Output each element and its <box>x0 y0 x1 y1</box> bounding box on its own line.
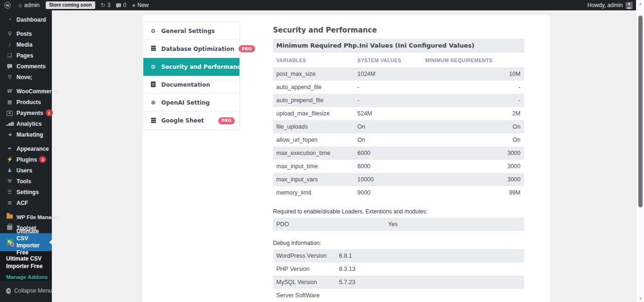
sidebar-item-acf[interactable]: ⊞ ACF <box>0 197 52 208</box>
megaphone-icon: ◄ <box>6 132 13 137</box>
database-icon <box>149 46 157 52</box>
csv-importer-icon: ↻ <box>6 239 13 245</box>
sidebar-item-tools[interactable]: ⚒ Tools <box>0 176 52 187</box>
loaders-row: PDO Yes <box>273 218 524 231</box>
sidebar-item-payments[interactable]: $ Payments 1 <box>0 107 52 118</box>
cell-minimum: - <box>425 84 524 90</box>
sidebar-item-settings[interactable]: ☰ Settings <box>0 187 52 197</box>
new-label: New <box>138 2 149 8</box>
cell-system-value: 9000 <box>357 189 425 196</box>
sidebar-item-plugins[interactable]: ⚡ Plugins 3 <box>0 154 52 165</box>
ini-row: max_input_time 6000 3000 <box>273 160 524 173</box>
cell-system-value: 10000 <box>357 176 425 183</box>
sidebar-item-ultimate-csv-importer[interactable]: ↻ Ultimate CSV Importer Free <box>0 233 52 251</box>
scrollbar-thumb[interactable] <box>638 16 643 207</box>
collapse-menu-button[interactable]: ◂ Collapse Menu <box>0 287 52 294</box>
account-menu[interactable]: Howdy, admin <box>587 2 633 9</box>
sidebar-item-analytics[interactable]: ▂▅▇ Analytics <box>0 118 52 129</box>
sidebar-item-wp-file-manager[interactable]: WP File Manager <box>0 212 52 222</box>
cell-system-value: On <box>357 137 425 143</box>
admin-bar: W ⌂ admin Store coming soon ↻ 3 0 + New … <box>0 0 636 10</box>
woocommerce-icon: W <box>6 89 13 94</box>
comment-count: 0 <box>123 2 126 8</box>
cell-debug-value: 5.7.23 <box>339 279 524 286</box>
grid-icon: ⊞ <box>6 200 13 205</box>
cell-system-value: 6000 <box>357 150 425 156</box>
screen: W ⌂ admin Store coming soon ↻ 3 0 + New … <box>0 0 644 302</box>
sheets-stack-icon <box>149 118 157 124</box>
scroll-down-button[interactable]: ▼ <box>636 295 644 302</box>
cell-minimum: 3000 <box>425 163 524 170</box>
ini-table: post_max_size 1024M 10M auto_append_file… <box>273 67 524 199</box>
tab-security-and-performance[interactable]: ⚙ Security and Performance <box>143 58 239 76</box>
ini-row: post_max_size 1024M 10M <box>273 67 524 81</box>
home-icon: ⌂ <box>18 2 22 8</box>
ini-row: max_input_vars 10000 3000 <box>273 173 524 186</box>
sidebar-item-nove[interactable]: ⚲ Nove; <box>0 72 52 82</box>
submenu-item-ultimate-csv-importer-free[interactable]: Ultimate CSV Importer Free <box>6 255 50 270</box>
pro-badge: PRO <box>239 45 255 52</box>
cell-minimum: On <box>425 137 524 143</box>
cell-variable: max_input_time <box>273 163 357 170</box>
column-variables: VARIABLES <box>273 57 357 63</box>
cell-minimum: 10M <box>425 71 524 77</box>
cell-minimum: 99M <box>425 189 524 196</box>
debug-row: PHP Version 8.3.13 <box>273 262 524 276</box>
ini-row: auto_prepend_file - - <box>273 94 524 107</box>
tab-database-optimization[interactable]: Database Optimization PRO <box>143 40 239 58</box>
sidebar: ◔ Dashboard ⚲ Posts ♪ Media ❏ Pages Comm… <box>0 10 52 302</box>
sidebar-item-users[interactable]: ♟ Users <box>0 165 52 176</box>
cell-variable: memory_limit <box>273 189 357 196</box>
new-content-menu[interactable]: + New <box>132 2 149 8</box>
ini-row: allow_url_fopen On On <box>273 133 524 147</box>
sidebar-item-marketing[interactable]: ◄ Marketing <box>0 129 52 140</box>
cell-system-value: - <box>357 97 425 104</box>
document-icon <box>149 82 157 88</box>
folder-icon <box>6 214 13 220</box>
pushpin-icon: ⚲ <box>6 31 13 36</box>
coming-soon-badge: Store coming soon <box>46 1 95 9</box>
sidebar-item-products[interactable]: ▦ Products <box>0 97 52 107</box>
updates-indicator[interactable]: ↻ 3 <box>101 2 111 8</box>
sidebar-item-woocommerce[interactable]: W WooCommerce <box>0 86 52 97</box>
cell-debug-value: 6.8.1 <box>339 253 524 259</box>
ini-row: file_uploads On On <box>273 120 524 133</box>
tab-openai-setting[interactable]: ✻ OpenAI Setting <box>143 94 239 112</box>
sidebar-item-pages[interactable]: ❏ Pages <box>0 50 52 61</box>
admin-bar-left: W ⌂ admin Store coming soon ↻ 3 0 + New <box>0 1 149 9</box>
loaders-table: PDO Yes <box>273 218 524 231</box>
cell-variable: auto_prepend_file <box>273 97 357 104</box>
site-home-link[interactable]: ⌂ admin <box>18 2 40 8</box>
sidebar-item-dashboard[interactable]: ◔ Dashboard <box>0 14 52 25</box>
page-scrollbar[interactable]: ▲ ▼ <box>636 0 644 302</box>
loaders-section-label: Required to enable/disable Loaders, Exte… <box>273 208 524 215</box>
update-icon: ↻ <box>101 2 106 8</box>
wordpress-logo-icon[interactable]: W <box>4 2 11 8</box>
cell-loader-name: PDO <box>273 221 388 228</box>
column-system-values: SYSTEM VALUES <box>357 57 425 63</box>
ini-row: memory_limit 9000 99M <box>273 186 524 199</box>
tab-documentation[interactable]: Documentation <box>143 76 239 94</box>
brush-icon: ✒ <box>6 146 13 151</box>
tab-general-settings[interactable]: ⚙ General Settings <box>143 22 239 40</box>
comments-indicator[interactable]: 0 <box>116 2 126 8</box>
sidebar-item-posts[interactable]: ⚲ Posts <box>0 28 52 39</box>
plus-icon: + <box>132 2 136 8</box>
settings-tabs-panel: ⚙ General Settings Database Optimization… <box>143 22 240 130</box>
briefcase-icon <box>6 225 13 231</box>
ini-row: upload_max_filesize 524M 2M <box>273 107 524 120</box>
ini-section-header: Minimum Required Php.Ini Values (Ini Con… <box>273 39 524 53</box>
cell-system-value: On <box>357 123 425 130</box>
plugins-count-badge: 3 <box>39 156 46 163</box>
settings-card: ⚙ General Settings Database Optimization… <box>142 15 550 302</box>
scroll-up-button[interactable]: ▲ <box>636 0 644 7</box>
sidebar-item-media[interactable]: ♪ Media <box>0 39 52 50</box>
tab-google-sheet[interactable]: Google Sheet PRO <box>143 112 239 130</box>
submenu-item-manage-addons[interactable]: Manage Addons <box>6 274 52 280</box>
sidebar-item-comments[interactable]: Comments <box>0 61 52 72</box>
openai-flower-icon: ✻ <box>149 100 157 106</box>
cell-variable: max_input_vars <box>273 176 357 183</box>
debug-row: MySQL Version 5.7.23 <box>273 276 524 289</box>
comment-bubble-icon <box>116 3 121 7</box>
sidebar-item-appearance[interactable]: ✒ Appearance <box>0 143 52 154</box>
